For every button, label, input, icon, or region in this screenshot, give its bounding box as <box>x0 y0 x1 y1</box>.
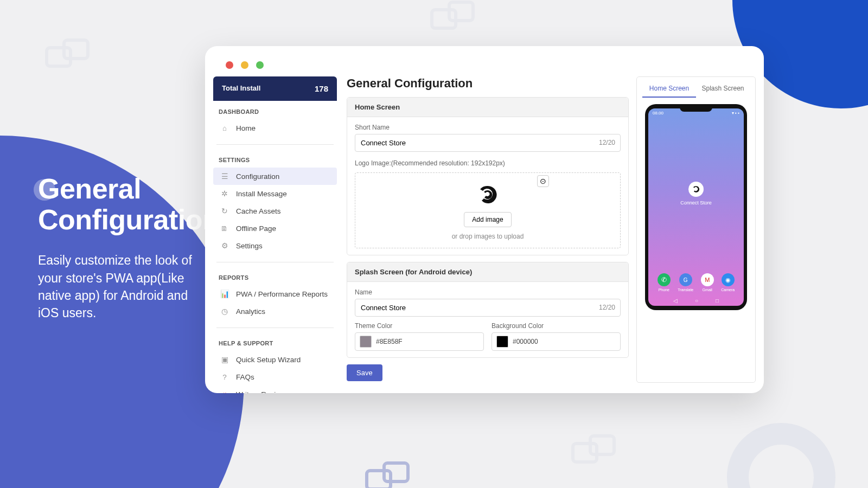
total-install-label: Total Install <box>222 84 260 93</box>
panel-header: Home Screen <box>347 98 628 117</box>
dock-app-gmail: MGmail <box>701 273 714 292</box>
sidebar-item-label: Settings <box>236 242 263 250</box>
logo-upload-zone[interactable]: Add image or drop images to upload <box>355 172 621 248</box>
theme-color-input[interactable]: #8E858F <box>355 332 484 351</box>
drop-hint-text: or drop images to upload <box>361 233 615 240</box>
dock-app-phone: ✆Phone <box>658 273 671 292</box>
sidebar-item-label: Home <box>236 124 256 132</box>
phone-dock: ✆Phone GTranslate MGmail ◉Camera <box>648 273 744 292</box>
sidebar-item-offline-page[interactable]: 🗎 Offline Page <box>213 220 337 237</box>
sidebar-item-quick-setup[interactable]: ▣ Quick Setup Wizard <box>213 351 337 368</box>
question-icon: ? <box>220 372 229 382</box>
bg-link-icon <box>570 434 618 466</box>
color-swatch <box>360 336 372 348</box>
sidebar-item-settings[interactable]: ⚙ Settings <box>213 237 337 254</box>
sidebar-section-help: HELP & SUPPORT <box>213 340 337 351</box>
sidebar-item-cache-assets[interactable]: ↻ Cache Assets <box>213 202 337 220</box>
preview-panel: Home Screen Splash Screen 08.00 ▾ ▪ ▪ <box>636 76 756 383</box>
wizard-icon: ▣ <box>220 355 229 364</box>
phone-status-icons: ▾ ▪ ▪ <box>732 111 739 115</box>
sidebar-item-label: Quick Setup Wizard <box>236 356 301 364</box>
splash-screen-panel: Splash Screen (for Android device) Name … <box>347 262 629 358</box>
sidebar-item-label: FAQs <box>236 373 254 381</box>
sidebar-section-reports: REPORTS <box>213 274 337 285</box>
chart-icon: 📊 <box>220 289 229 299</box>
window-controls <box>205 46 764 76</box>
dock-app-translate: GTranslate <box>678 273 693 292</box>
bg-color-label: Background Color <box>492 322 621 330</box>
total-install-badge: Total Install 178 <box>213 76 337 101</box>
analytics-icon: ◷ <box>220 306 229 316</box>
bg-color-input[interactable]: #000000 <box>492 332 621 351</box>
home-nav-icon: ○ <box>695 298 698 304</box>
tab-home-screen[interactable]: Home Screen <box>642 82 696 98</box>
sidebar-item-faqs[interactable]: ? FAQs <box>213 368 337 386</box>
marketing-title: General Configuration <box>38 174 219 235</box>
config-icon: ☰ <box>220 171 229 181</box>
heart-icon: ♥ <box>220 389 229 393</box>
save-button[interactable]: Save <box>347 364 382 381</box>
app-logo-icon <box>688 182 704 197</box>
bg-link-icon <box>43 38 92 70</box>
color-swatch <box>496 336 508 348</box>
phone-app-name: Connect Store <box>648 200 744 206</box>
minimize-icon[interactable] <box>241 61 248 69</box>
logo-preview-icon <box>476 183 500 207</box>
short-name-input[interactable] <box>355 134 621 152</box>
sidebar-item-pwa-reports[interactable]: 📊 PWA / Performance Reports <box>213 285 337 303</box>
gear-icon: ✲ <box>220 189 229 198</box>
color-hex-value: #8E858F <box>376 338 403 345</box>
sidebar-section-settings: SETTINGS <box>213 157 337 168</box>
dock-app-camera: ◉Camera <box>721 273 735 292</box>
back-icon: ◁ <box>673 298 678 304</box>
sidebar-item-analytics[interactable]: ◷ Analytics <box>213 303 337 320</box>
sidebar-section-dashboard: DASHBOARD <box>213 108 337 119</box>
splash-name-label: Name <box>355 288 621 296</box>
sidebar-item-label: PWA / Performance Reports <box>236 290 328 298</box>
splash-name-input[interactable] <box>355 299 621 317</box>
short-name-label: Short Name <box>355 124 621 131</box>
sidebar-item-label: Configuration <box>236 172 279 181</box>
app-window: ⊙ Total Install 178 DASHBOARD ⌂ Home SET… <box>205 46 764 393</box>
sidebar-item-install-message[interactable]: ✲ Install Message <box>213 185 337 202</box>
total-install-count: 178 <box>315 84 328 93</box>
marketing-copy: General Configuration Easily customize t… <box>38 174 219 322</box>
home-icon: ⌂ <box>220 123 229 133</box>
maximize-icon[interactable] <box>256 61 264 69</box>
sidebar-item-home[interactable]: ⌂ Home <box>213 119 337 137</box>
char-count: 12/20 <box>599 139 615 146</box>
sidebar: Total Install 178 DASHBOARD ⌂ Home SETTI… <box>213 76 337 383</box>
close-icon[interactable] <box>226 61 233 69</box>
svg-rect-4 <box>367 471 391 488</box>
sidebar-item-label: Cache Assets <box>236 207 281 215</box>
tab-splash-screen[interactable]: Splash Screen <box>696 82 750 98</box>
sidebar-item-label: Write a Review <box>236 390 285 394</box>
sidebar-item-label: Analytics <box>236 307 265 316</box>
bg-link-icon <box>363 461 412 488</box>
sidebar-item-configuration[interactable]: ☰ Configuration <box>213 168 337 185</box>
color-hex-value: #000000 <box>513 338 538 345</box>
panel-header: Splash Screen (for Android device) <box>347 262 628 282</box>
theme-color-label: Theme Color <box>355 322 484 330</box>
phone-mockup: 08.00 ▾ ▪ ▪ Connect Store ✆Phone GTransl… <box>645 104 747 310</box>
home-screen-panel: Home Screen Short Name 12/20 Logo Image:… <box>347 97 629 255</box>
sidebar-item-write-review[interactable]: ♥ Write a Review <box>213 386 337 393</box>
doc-icon: 🗎 <box>220 223 229 233</box>
marketing-subtitle: Easily customize the look of your store'… <box>38 252 195 322</box>
logo-image-label: Logo Image:(Recommended resolution: 192x… <box>355 159 621 167</box>
phone-time: 08.00 <box>653 111 663 115</box>
collapse-sidebar-button[interactable]: ⊙ <box>537 175 549 187</box>
sidebar-item-label: Offline Page <box>236 224 276 233</box>
bg-link-icon <box>429 0 477 33</box>
page-title: General Configuration <box>347 76 629 91</box>
recent-icon: □ <box>716 298 719 304</box>
char-count: 12/20 <box>599 304 615 311</box>
sidebar-item-label: Install Message <box>236 190 287 198</box>
phone-nav-bar: ◁ ○ □ <box>648 298 744 304</box>
add-image-button[interactable]: Add image <box>464 212 511 227</box>
settings-icon: ⚙ <box>220 241 229 251</box>
refresh-icon: ↻ <box>220 206 229 216</box>
